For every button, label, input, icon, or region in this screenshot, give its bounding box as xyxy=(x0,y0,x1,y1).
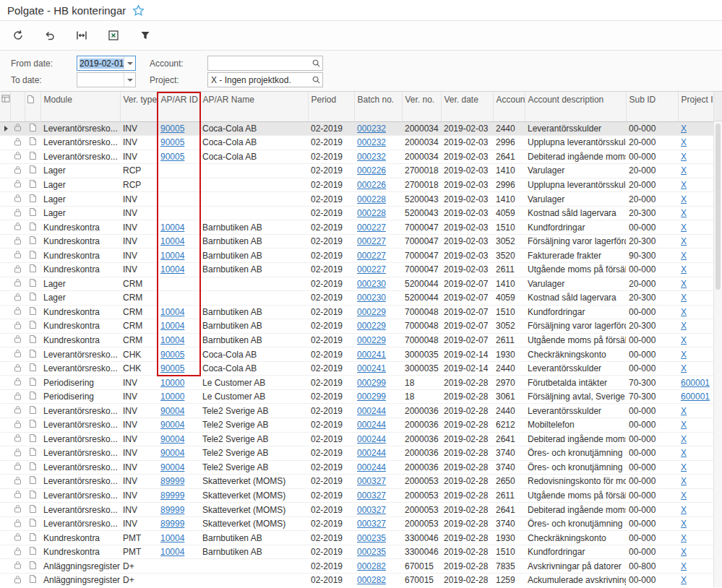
note-icon[interactable] xyxy=(25,376,40,390)
note-icon[interactable] xyxy=(25,488,40,503)
refresh-icon[interactable] xyxy=(11,28,25,43)
project-id-link[interactable]: X xyxy=(681,350,687,360)
table-row[interactable]: Leverantörsresko...CHK90005Coca-Cola AB0… xyxy=(0,347,713,362)
apar-id-link[interactable]: 10004 xyxy=(160,251,184,261)
apar-id-link[interactable]: 90005 xyxy=(160,363,184,373)
project-id-link[interactable]: X xyxy=(681,533,687,543)
project-id-link[interactable]: X xyxy=(681,505,687,515)
batch-no-link[interactable]: 000244 xyxy=(357,434,386,444)
col-header-project-id[interactable]: Project ID xyxy=(678,92,713,121)
note-icon[interactable] xyxy=(25,150,40,164)
apar-id-link[interactable]: 90004 xyxy=(160,406,184,416)
project-id-link[interactable]: X xyxy=(681,293,687,303)
apar-id-link[interactable]: 89999 xyxy=(160,505,184,515)
batch-no-link[interactable]: 000232 xyxy=(357,124,386,134)
project-id-link[interactable]: X xyxy=(681,519,687,529)
col-header-sub-id[interactable]: Sub ID xyxy=(626,92,678,121)
apar-id-link[interactable]: 90004 xyxy=(160,420,184,430)
batch-no-link[interactable]: 000299 xyxy=(357,378,386,388)
project-id-link[interactable]: X xyxy=(681,561,687,571)
note-icon[interactable] xyxy=(25,262,40,277)
apar-id-link[interactable]: 10004 xyxy=(160,264,184,274)
table-row[interactable]: KundreskontraINV10004Barnbutiken AB02-20… xyxy=(0,248,713,263)
project-id-link[interactable]: X xyxy=(681,307,687,317)
table-row[interactable]: PeriodiseringINV10000Le Customer AB02-20… xyxy=(0,376,713,390)
to-date-dropdown-icon[interactable] xyxy=(124,73,135,87)
project-id-link[interactable]: X xyxy=(681,406,687,416)
note-icon[interactable] xyxy=(25,319,40,334)
project-id-link[interactable]: X xyxy=(681,575,687,585)
batch-no-link[interactable]: 000244 xyxy=(357,420,386,430)
project-id-link[interactable]: X xyxy=(681,152,687,162)
batch-no-link[interactable]: 000235 xyxy=(357,533,386,543)
note-icon[interactable] xyxy=(25,460,40,475)
note-icon[interactable] xyxy=(25,475,40,489)
note-icon[interactable] xyxy=(25,418,40,432)
note-icon[interactable] xyxy=(25,178,40,192)
table-row[interactable]: KundreskontraPMT10004Barnbutiken AB02-20… xyxy=(0,531,713,545)
note-icon[interactable] xyxy=(25,347,40,362)
batch-no-link[interactable]: 000241 xyxy=(357,350,386,360)
to-date-input[interactable] xyxy=(77,72,136,87)
table-row[interactable]: KundreskontraCRM10004Barnbutiken AB02-20… xyxy=(0,305,713,319)
fit-to-width-icon[interactable] xyxy=(74,28,89,43)
note-icon[interactable] xyxy=(25,404,40,418)
table-row[interactable]: Leverantörsresko...INV90004Tele2 Sverige… xyxy=(0,446,713,461)
project-id-link[interactable]: X xyxy=(681,363,687,373)
project-id-link[interactable]: X xyxy=(681,420,687,430)
note-icon[interactable] xyxy=(25,192,40,207)
table-row[interactable]: AnläggningsregisterD+02-2019000282670015… xyxy=(0,559,713,574)
apar-id-link[interactable]: 89999 xyxy=(160,490,184,501)
table-row[interactable]: Leverantörsresko...INV89999Skatteverket … xyxy=(0,503,713,517)
table-row[interactable]: AnläggningsregisterD+02-2019000282670015… xyxy=(0,574,713,588)
project-id-link[interactable]: X xyxy=(681,547,687,557)
apar-id-link[interactable]: 10000 xyxy=(160,392,184,402)
table-row[interactable]: KundreskontraINV10004Barnbutiken AB02-20… xyxy=(0,262,713,277)
project-id-link[interactable]: X xyxy=(681,264,687,274)
note-icon[interactable] xyxy=(25,164,40,178)
batch-no-link[interactable]: 000229 xyxy=(357,307,386,317)
project-input[interactable]: X - Ingen projektkod. xyxy=(207,72,323,87)
apar-id-link[interactable]: 90005 xyxy=(160,124,184,134)
note-icon[interactable] xyxy=(25,220,40,235)
export-to-excel-icon[interactable] xyxy=(106,28,121,43)
col-header-apar-id[interactable]: AP/AR ID xyxy=(158,92,199,121)
table-row[interactable]: Leverantörsresko...INV89999Skatteverket … xyxy=(0,516,713,531)
project-id-link[interactable]: 600001 xyxy=(681,378,710,388)
scrollbar-thumb[interactable] xyxy=(715,124,721,290)
batch-no-link[interactable]: 000232 xyxy=(357,137,386,147)
note-icon[interactable] xyxy=(25,234,40,248)
table-row[interactable]: LagerCRM02-201900023052000442019-02-0714… xyxy=(0,277,713,291)
project-id-link[interactable]: X xyxy=(681,194,687,204)
table-row[interactable]: LagerINV02-201900022852000432019-02-0314… xyxy=(0,192,713,207)
col-header-ver-type[interactable]: Ver. type xyxy=(120,92,158,121)
account-input[interactable] xyxy=(207,56,323,71)
project-id-link[interactable]: X xyxy=(681,462,687,472)
project-id-link[interactable]: X xyxy=(681,180,687,190)
col-header-batch-no[interactable]: Batch no. xyxy=(354,92,402,121)
note-icon[interactable] xyxy=(25,305,40,319)
project-id-link[interactable]: X xyxy=(681,124,687,134)
note-icon[interactable] xyxy=(25,333,40,347)
favorite-star-icon[interactable] xyxy=(132,4,145,17)
apar-id-link[interactable]: 10000 xyxy=(160,378,184,388)
batch-no-link[interactable]: 000229 xyxy=(357,335,386,345)
col-header-account-description[interactable]: Account description xyxy=(525,92,626,121)
table-row[interactable]: KundreskontraPMT10004Barnbutiken AB02-20… xyxy=(0,545,713,559)
table-row[interactable]: LagerINV02-201900022852000432019-02-0340… xyxy=(0,206,713,220)
batch-no-link[interactable]: 000299 xyxy=(357,392,386,402)
col-header-apar-name[interactable]: AP/AR Name xyxy=(199,92,308,121)
project-id-link[interactable]: X xyxy=(681,321,687,331)
note-icon[interactable] xyxy=(25,503,40,517)
project-id-link[interactable]: X xyxy=(681,476,687,486)
note-icon[interactable] xyxy=(25,291,40,306)
table-row[interactable]: Leverantörsresko...INV90004Tele2 Sverige… xyxy=(0,432,713,446)
project-id-link[interactable]: X xyxy=(681,208,687,218)
table-row[interactable]: Leverantörsresko...INV89999Skatteverket … xyxy=(0,475,713,489)
batch-no-link[interactable]: 000282 xyxy=(357,561,386,571)
apar-id-link[interactable]: 90004 xyxy=(160,434,184,444)
apar-id-link[interactable]: 90005 xyxy=(160,152,184,162)
table-row[interactable]: LagerRCP02-201900022627000182019-02-0314… xyxy=(0,164,713,178)
table-row[interactable]: Leverantörsresko...INV89999Skatteverket … xyxy=(0,488,713,503)
account-search-icon[interactable] xyxy=(309,59,322,68)
